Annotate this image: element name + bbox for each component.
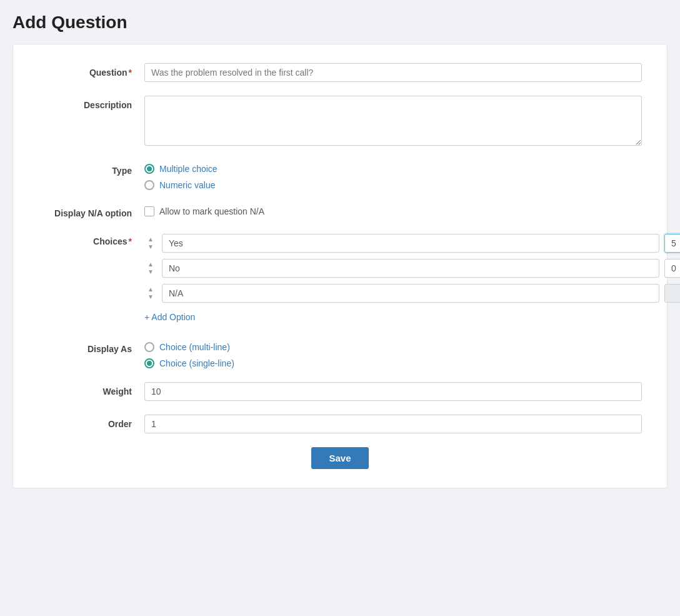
display-as-row: Display As Choice (multi-line) Choice (s… — [38, 340, 642, 368]
choice-row-3: ▲ ▼ N/A Points default × — [144, 283, 642, 303]
description-field-wrap — [144, 96, 642, 148]
sort-handle-1[interactable]: ▲ ▼ — [144, 236, 157, 250]
display-na-label: Display N/A option — [38, 204, 144, 218]
question-label: Question* — [38, 63, 144, 78]
question-row: Question* — [38, 63, 642, 82]
display-as-option-multi-line-label: Choice (multi-line) — [159, 342, 230, 352]
radio-circle-single-line — [144, 358, 154, 368]
page-title: Add Question — [12, 13, 668, 33]
order-row: Order — [38, 415, 642, 433]
sort-up-icon-1: ▲ — [148, 236, 154, 243]
type-option-numeric-value-label: Numeric value — [159, 180, 215, 190]
order-input[interactable] — [144, 415, 642, 433]
choice-row-1: ▲ ▼ Points N/A default × — [144, 233, 642, 253]
display-as-option-single-line-label: Choice (single-line) — [159, 358, 234, 368]
order-field-wrap — [144, 415, 642, 433]
description-label: Description — [38, 96, 144, 110]
choices-area: ▲ ▼ Points N/A default × ▲ — [144, 232, 642, 326]
display-as-option-multi-line[interactable]: Choice (multi-line) — [144, 342, 642, 352]
weight-field-wrap — [144, 382, 642, 401]
sort-up-icon-3: ▲ — [148, 286, 154, 293]
display-as-option-single-line[interactable]: Choice (single-line) — [144, 358, 642, 368]
display-na-checkbox-label: Allow to mark question N/A — [159, 206, 264, 216]
description-row: Description — [38, 96, 642, 148]
choice-points-input-2[interactable] — [664, 259, 680, 278]
display-na-row: Display N/A option Allow to mark questio… — [38, 204, 642, 218]
radio-circle-numeric-value — [144, 180, 154, 190]
sort-down-icon-3: ▼ — [148, 294, 154, 300]
type-option-numeric-value[interactable]: Numeric value — [144, 180, 642, 190]
radio-circle-multiple-choice — [144, 164, 154, 174]
question-input[interactable] — [144, 63, 642, 82]
choice-row-2: ▲ ▼ Points N/A default × — [144, 258, 642, 278]
choice-points-input-3 — [664, 284, 680, 303]
weight-input[interactable] — [144, 382, 642, 401]
sort-down-icon-1: ▼ — [148, 244, 154, 250]
type-row: Type Multiple choice Numeric value — [38, 161, 642, 190]
weight-row: Weight — [38, 382, 642, 401]
sort-up-icon-2: ▲ — [148, 261, 154, 268]
display-as-radio-group: Choice (multi-line) Choice (single-line) — [144, 340, 642, 368]
type-option-multiple-choice-label: Multiple choice — [159, 164, 218, 174]
sort-handle-3[interactable]: ▲ ▼ — [144, 286, 157, 300]
choice-points-input-1[interactable] — [664, 234, 680, 253]
save-button[interactable]: Save — [311, 447, 368, 469]
description-input[interactable] — [144, 96, 642, 146]
display-as-label: Display As — [38, 340, 144, 354]
sort-down-icon-2: ▼ — [148, 269, 154, 275]
weight-label: Weight — [38, 382, 144, 396]
radio-circle-multi-line — [144, 342, 154, 352]
choices-row: Choices* ▲ ▼ Points N/A default × — [38, 232, 642, 326]
type-radio-group: Multiple choice Numeric value — [144, 161, 642, 190]
choices-label: Choices* — [38, 232, 144, 246]
choice-name-input-3[interactable] — [162, 284, 659, 303]
form-card: Question* Description Type Multiple choi… — [12, 44, 668, 488]
save-row: Save — [38, 447, 642, 469]
display-na-checkbox-wrap: Allow to mark question N/A — [144, 204, 642, 216]
add-option-button[interactable]: + Add Option — [144, 308, 642, 326]
sort-handle-2[interactable]: ▲ ▼ — [144, 261, 157, 275]
type-option-multiple-choice[interactable]: Multiple choice — [144, 164, 642, 174]
order-label: Order — [38, 415, 144, 429]
choice-name-input-1[interactable] — [162, 234, 659, 253]
type-label: Type — [38, 161, 144, 176]
display-na-checkbox[interactable] — [144, 206, 154, 216]
choice-name-input-2[interactable] — [162, 259, 659, 278]
question-field-wrap — [144, 63, 642, 82]
